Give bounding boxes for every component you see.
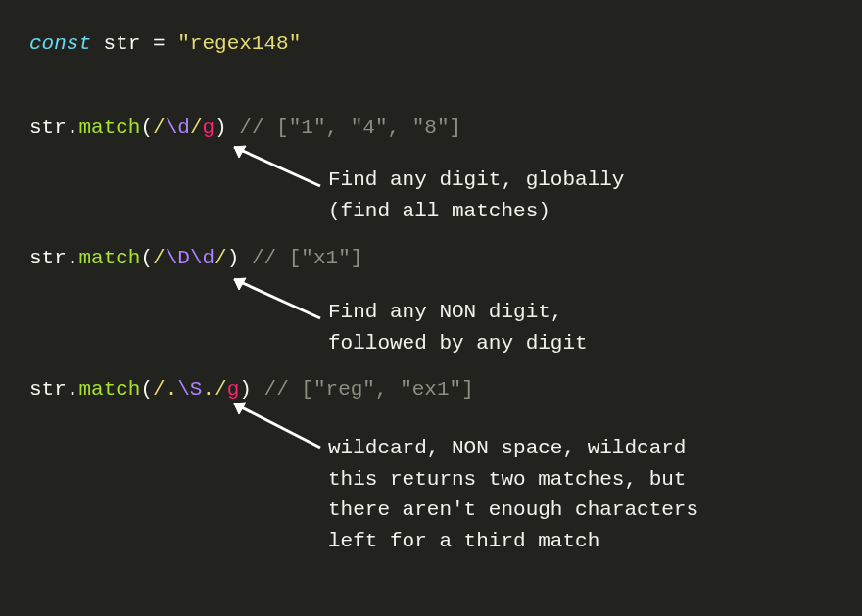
close-paren: )	[215, 117, 227, 139]
string-literal: "regex148"	[177, 32, 301, 55]
regex-escape: \D	[166, 247, 190, 269]
regex-delim: /	[153, 117, 166, 139]
close-paren: )	[227, 247, 240, 269]
regex-escape: \d	[190, 247, 215, 269]
arrow-icon	[222, 269, 330, 328]
dot: .	[67, 117, 79, 139]
space	[239, 247, 252, 269]
regex-escape: \S	[177, 378, 202, 401]
annotation-3: wildcard, NON space, wildcard this retur…	[328, 433, 698, 556]
regex-escape: \d	[166, 117, 190, 139]
annotation-2: Find any NON digit, followed by any digi…	[328, 297, 588, 358]
open-paren: (	[140, 378, 153, 401]
code-line-4: str.match(/.\S./g) // ["reg", "ex1"]	[29, 373, 833, 406]
regex-delim: /	[215, 247, 227, 269]
regex-delim: /	[190, 117, 203, 139]
annotation-1: Find any digit, globally (find all match…	[328, 165, 624, 226]
comment: // ["x1"]	[252, 247, 362, 269]
comment: // ["1", "4", "8"]	[239, 117, 461, 139]
regex-delim: /	[153, 247, 166, 269]
code-line-2: str.match(/\d/g) // ["1", "4", "8"]	[29, 112, 833, 145]
open-paren: (	[140, 247, 153, 269]
dot: .	[67, 378, 79, 401]
code-line-3: str.match(/\D\d/) // ["x1"]	[29, 242, 833, 275]
code-line-1: const str = "regex148"	[29, 27, 833, 61]
regex-flag: g	[202, 117, 215, 139]
identifier: str	[91, 32, 153, 55]
regex-delim: /	[153, 378, 166, 401]
regex-body: .	[166, 378, 178, 401]
method-match: match	[78, 378, 140, 401]
arrow-icon	[222, 137, 330, 196]
identifier: str	[29, 247, 67, 269]
svg-line-4	[234, 403, 320, 448]
open-paren: (	[140, 117, 153, 139]
identifier: str	[29, 117, 67, 139]
method-match: match	[78, 247, 140, 269]
keyword-const: const	[29, 32, 91, 55]
identifier: str	[29, 378, 67, 401]
method-match: match	[78, 117, 140, 139]
dot: .	[67, 247, 79, 269]
arrow-icon	[222, 394, 330, 457]
space	[227, 117, 240, 139]
svg-line-2	[234, 279, 320, 318]
equals: =	[153, 32, 177, 55]
regex-body: .	[202, 378, 215, 401]
svg-line-0	[234, 147, 320, 186]
